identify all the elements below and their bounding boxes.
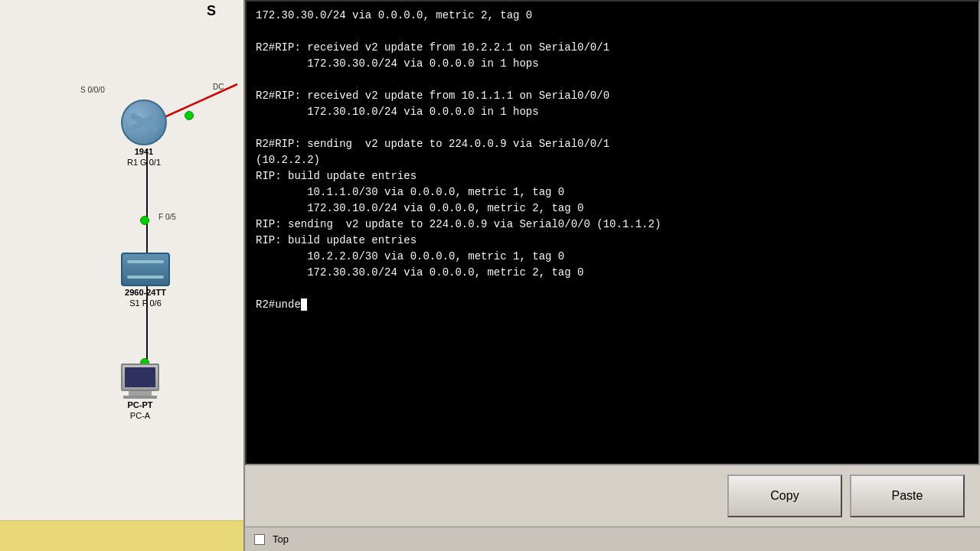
top-label: Top xyxy=(273,533,289,545)
yellow-strip xyxy=(0,520,245,551)
pc-stand xyxy=(123,396,157,399)
cursor xyxy=(301,298,307,311)
terminal-line: RIP: sending v2 update to 224.0.0.9 via … xyxy=(256,217,969,233)
pc-label: PC-PT xyxy=(121,400,159,409)
terminal-line xyxy=(256,120,969,136)
port-label-f05: F 0/5 xyxy=(158,213,176,221)
left-panel: S S 0/0/0 DC 1941 R1 G 0/1 F 0/5 2960-24… xyxy=(0,0,245,551)
switch-s1: 2960-24TT S1 F 0/6 xyxy=(121,253,170,308)
right-panel: 172.30.30.0/24 via 0.0.0.0, metric 2, ta… xyxy=(245,0,980,551)
router-circle xyxy=(121,99,167,145)
switch-box xyxy=(121,253,170,286)
port-label-dc: DC xyxy=(213,83,224,91)
bottom-area: Copy Paste xyxy=(245,465,980,527)
switch-label: 2960-24TT xyxy=(121,288,170,297)
topology-area: S S 0/0/0 DC 1941 R1 G 0/1 F 0/5 2960-24… xyxy=(0,0,243,520)
terminal-line xyxy=(256,281,969,297)
paste-button[interactable]: Paste xyxy=(850,474,965,517)
pc-sublabel: PC-A xyxy=(121,411,159,420)
terminal-line xyxy=(256,72,969,88)
terminal-line: R2#RIP: received v2 update from 10.2.2.1… xyxy=(256,40,969,56)
terminal-line: 172.30.30.0/24 via 0.0.0.0, metric 2, ta… xyxy=(256,265,969,281)
terminal-line: RIP: build update entries xyxy=(256,233,969,249)
router-label: 1941 xyxy=(121,147,167,156)
terminal-line: 10.2.2.0/30 via 0.0.0.0, metric 1, tag 0 xyxy=(256,249,969,265)
terminal-line: 10.1.1.0/30 via 0.0.0.0, metric 1, tag 0 xyxy=(256,184,969,201)
router-sublabel: R1 G 0/1 xyxy=(121,158,167,167)
terminal-line: 172.30.30.0/24 via 0.0.0.0, metric 2, ta… xyxy=(256,8,969,24)
terminal-line xyxy=(256,24,969,40)
terminal-line: RIP: build update entries xyxy=(256,168,969,184)
terminal-line: R2#RIP: sending v2 update to 224.0.0.9 v… xyxy=(256,136,969,152)
terminal-container[interactable]: 172.30.30.0/24 via 0.0.0.0, metric 2, ta… xyxy=(245,0,980,465)
terminal-line: (10.2.2.2) xyxy=(256,152,969,168)
conn-dot-switch-top xyxy=(140,216,149,225)
conn-dot-router xyxy=(185,111,194,120)
copy-button[interactable]: Copy xyxy=(727,474,842,517)
pc-monitor xyxy=(121,364,159,391)
pc-a: PC-PT PC-A xyxy=(121,364,159,420)
topology-title: S xyxy=(207,3,216,19)
top-checkbox[interactable] xyxy=(254,534,265,545)
terminal-line: R2#RIP: received v2 update from 10.1.1.1… xyxy=(256,88,969,104)
terminal-line: R2#unde xyxy=(256,297,969,313)
terminal-line: 172.30.10.0/24 via 0.0.0.0, metric 2, ta… xyxy=(256,201,969,217)
port-label-s0: S 0/0/0 xyxy=(80,86,105,94)
terminal-output[interactable]: 172.30.30.0/24 via 0.0.0.0, metric 2, ta… xyxy=(247,2,978,464)
footer-bar: Top xyxy=(245,527,980,551)
terminal-line: 172.30.10.0/24 via 0.0.0.0 in 1 hops xyxy=(256,104,969,120)
router-r1: 1941 R1 G 0/1 xyxy=(121,99,167,167)
switch-sublabel: S1 F 0/6 xyxy=(121,298,170,308)
terminal-line: 172.30.30.0/24 via 0.0.0.0 in 1 hops xyxy=(256,56,969,72)
